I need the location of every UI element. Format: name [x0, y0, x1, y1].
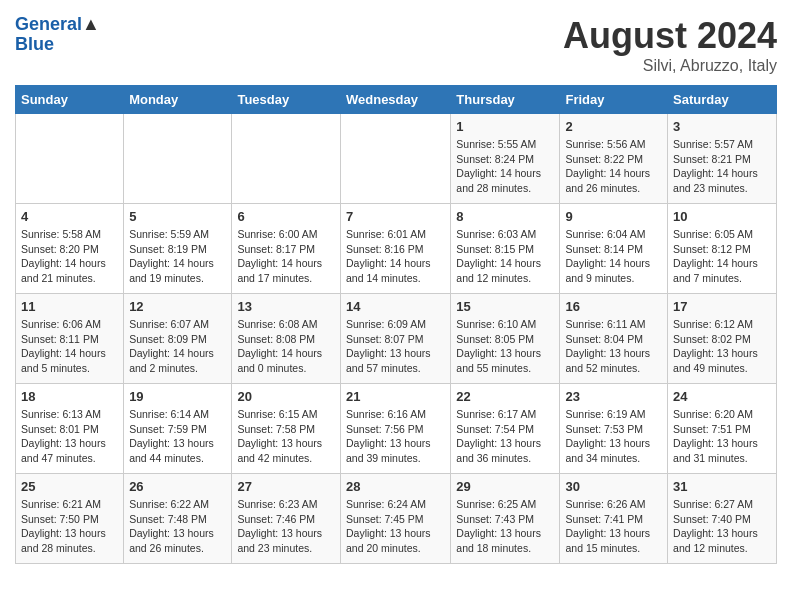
- header-sunday: Sunday: [16, 86, 124, 114]
- calendar-cell: 4Sunrise: 5:58 AM Sunset: 8:20 PM Daylig…: [16, 204, 124, 294]
- calendar-cell: [16, 114, 124, 204]
- day-number: 5: [129, 209, 226, 224]
- calendar-week-3: 11Sunrise: 6:06 AM Sunset: 8:11 PM Dayli…: [16, 294, 777, 384]
- calendar-table: SundayMondayTuesdayWednesdayThursdayFrid…: [15, 85, 777, 564]
- header-monday: Monday: [124, 86, 232, 114]
- day-number: 20: [237, 389, 335, 404]
- day-number: 26: [129, 479, 226, 494]
- day-number: 11: [21, 299, 118, 314]
- day-info: Sunrise: 6:23 AM Sunset: 7:46 PM Dayligh…: [237, 497, 335, 556]
- calendar-cell: 24Sunrise: 6:20 AM Sunset: 7:51 PM Dayli…: [668, 384, 777, 474]
- calendar-header-row: SundayMondayTuesdayWednesdayThursdayFrid…: [16, 86, 777, 114]
- calendar-week-4: 18Sunrise: 6:13 AM Sunset: 8:01 PM Dayli…: [16, 384, 777, 474]
- header-saturday: Saturday: [668, 86, 777, 114]
- day-info: Sunrise: 6:01 AM Sunset: 8:16 PM Dayligh…: [346, 227, 445, 286]
- day-info: Sunrise: 6:12 AM Sunset: 8:02 PM Dayligh…: [673, 317, 771, 376]
- day-number: 3: [673, 119, 771, 134]
- calendar-cell: 2Sunrise: 5:56 AM Sunset: 8:22 PM Daylig…: [560, 114, 668, 204]
- calendar-cell: 22Sunrise: 6:17 AM Sunset: 7:54 PM Dayli…: [451, 384, 560, 474]
- calendar-week-1: 1Sunrise: 5:55 AM Sunset: 8:24 PM Daylig…: [16, 114, 777, 204]
- calendar-cell: 16Sunrise: 6:11 AM Sunset: 8:04 PM Dayli…: [560, 294, 668, 384]
- calendar-cell: 25Sunrise: 6:21 AM Sunset: 7:50 PM Dayli…: [16, 474, 124, 564]
- day-info: Sunrise: 6:20 AM Sunset: 7:51 PM Dayligh…: [673, 407, 771, 466]
- day-number: 23: [565, 389, 662, 404]
- page-header: General▲Blue August 2024 Silvi, Abruzzo,…: [15, 15, 777, 75]
- day-info: Sunrise: 6:00 AM Sunset: 8:17 PM Dayligh…: [237, 227, 335, 286]
- calendar-cell: 23Sunrise: 6:19 AM Sunset: 7:53 PM Dayli…: [560, 384, 668, 474]
- header-thursday: Thursday: [451, 86, 560, 114]
- day-info: Sunrise: 6:08 AM Sunset: 8:08 PM Dayligh…: [237, 317, 335, 376]
- calendar-cell: 6Sunrise: 6:00 AM Sunset: 8:17 PM Daylig…: [232, 204, 341, 294]
- calendar-cell: 20Sunrise: 6:15 AM Sunset: 7:58 PM Dayli…: [232, 384, 341, 474]
- day-number: 31: [673, 479, 771, 494]
- calendar-cell: [124, 114, 232, 204]
- day-info: Sunrise: 6:19 AM Sunset: 7:53 PM Dayligh…: [565, 407, 662, 466]
- day-info: Sunrise: 6:21 AM Sunset: 7:50 PM Dayligh…: [21, 497, 118, 556]
- day-number: 7: [346, 209, 445, 224]
- calendar-cell: 21Sunrise: 6:16 AM Sunset: 7:56 PM Dayli…: [340, 384, 450, 474]
- day-info: Sunrise: 5:56 AM Sunset: 8:22 PM Dayligh…: [565, 137, 662, 196]
- day-info: Sunrise: 5:58 AM Sunset: 8:20 PM Dayligh…: [21, 227, 118, 286]
- logo-text: General▲Blue: [15, 15, 100, 55]
- day-number: 8: [456, 209, 554, 224]
- calendar-cell: [232, 114, 341, 204]
- calendar-cell: 9Sunrise: 6:04 AM Sunset: 8:14 PM Daylig…: [560, 204, 668, 294]
- day-info: Sunrise: 6:17 AM Sunset: 7:54 PM Dayligh…: [456, 407, 554, 466]
- day-info: Sunrise: 6:14 AM Sunset: 7:59 PM Dayligh…: [129, 407, 226, 466]
- day-number: 27: [237, 479, 335, 494]
- day-number: 29: [456, 479, 554, 494]
- day-number: 16: [565, 299, 662, 314]
- calendar-cell: 30Sunrise: 6:26 AM Sunset: 7:41 PM Dayli…: [560, 474, 668, 564]
- title-block: August 2024 Silvi, Abruzzo, Italy: [563, 15, 777, 75]
- day-number: 19: [129, 389, 226, 404]
- day-info: Sunrise: 6:22 AM Sunset: 7:48 PM Dayligh…: [129, 497, 226, 556]
- calendar-cell: 31Sunrise: 6:27 AM Sunset: 7:40 PM Dayli…: [668, 474, 777, 564]
- month-year-title: August 2024: [563, 15, 777, 57]
- calendar-cell: 15Sunrise: 6:10 AM Sunset: 8:05 PM Dayli…: [451, 294, 560, 384]
- day-info: Sunrise: 6:27 AM Sunset: 7:40 PM Dayligh…: [673, 497, 771, 556]
- calendar-week-5: 25Sunrise: 6:21 AM Sunset: 7:50 PM Dayli…: [16, 474, 777, 564]
- calendar-cell: 12Sunrise: 6:07 AM Sunset: 8:09 PM Dayli…: [124, 294, 232, 384]
- day-info: Sunrise: 6:09 AM Sunset: 8:07 PM Dayligh…: [346, 317, 445, 376]
- day-info: Sunrise: 6:13 AM Sunset: 8:01 PM Dayligh…: [21, 407, 118, 466]
- calendar-cell: 11Sunrise: 6:06 AM Sunset: 8:11 PM Dayli…: [16, 294, 124, 384]
- day-number: 13: [237, 299, 335, 314]
- calendar-cell: 27Sunrise: 6:23 AM Sunset: 7:46 PM Dayli…: [232, 474, 341, 564]
- day-info: Sunrise: 6:06 AM Sunset: 8:11 PM Dayligh…: [21, 317, 118, 376]
- day-info: Sunrise: 6:05 AM Sunset: 8:12 PM Dayligh…: [673, 227, 771, 286]
- day-number: 24: [673, 389, 771, 404]
- day-number: 30: [565, 479, 662, 494]
- day-info: Sunrise: 6:24 AM Sunset: 7:45 PM Dayligh…: [346, 497, 445, 556]
- day-number: 21: [346, 389, 445, 404]
- day-info: Sunrise: 6:07 AM Sunset: 8:09 PM Dayligh…: [129, 317, 226, 376]
- day-number: 18: [21, 389, 118, 404]
- day-info: Sunrise: 6:03 AM Sunset: 8:15 PM Dayligh…: [456, 227, 554, 286]
- calendar-cell: 19Sunrise: 6:14 AM Sunset: 7:59 PM Dayli…: [124, 384, 232, 474]
- calendar-cell: 5Sunrise: 5:59 AM Sunset: 8:19 PM Daylig…: [124, 204, 232, 294]
- day-info: Sunrise: 6:11 AM Sunset: 8:04 PM Dayligh…: [565, 317, 662, 376]
- day-info: Sunrise: 5:55 AM Sunset: 8:24 PM Dayligh…: [456, 137, 554, 196]
- calendar-cell: 14Sunrise: 6:09 AM Sunset: 8:07 PM Dayli…: [340, 294, 450, 384]
- location-subtitle: Silvi, Abruzzo, Italy: [563, 57, 777, 75]
- calendar-cell: 29Sunrise: 6:25 AM Sunset: 7:43 PM Dayli…: [451, 474, 560, 564]
- logo: General▲Blue: [15, 15, 100, 55]
- day-number: 28: [346, 479, 445, 494]
- calendar-cell: 10Sunrise: 6:05 AM Sunset: 8:12 PM Dayli…: [668, 204, 777, 294]
- header-friday: Friday: [560, 86, 668, 114]
- calendar-cell: 7Sunrise: 6:01 AM Sunset: 8:16 PM Daylig…: [340, 204, 450, 294]
- calendar-cell: 3Sunrise: 5:57 AM Sunset: 8:21 PM Daylig…: [668, 114, 777, 204]
- day-info: Sunrise: 6:16 AM Sunset: 7:56 PM Dayligh…: [346, 407, 445, 466]
- calendar-cell: 13Sunrise: 6:08 AM Sunset: 8:08 PM Dayli…: [232, 294, 341, 384]
- header-tuesday: Tuesday: [232, 86, 341, 114]
- calendar-cell: 18Sunrise: 6:13 AM Sunset: 8:01 PM Dayli…: [16, 384, 124, 474]
- day-number: 12: [129, 299, 226, 314]
- day-info: Sunrise: 6:15 AM Sunset: 7:58 PM Dayligh…: [237, 407, 335, 466]
- day-info: Sunrise: 6:25 AM Sunset: 7:43 PM Dayligh…: [456, 497, 554, 556]
- calendar-week-2: 4Sunrise: 5:58 AM Sunset: 8:20 PM Daylig…: [16, 204, 777, 294]
- calendar-cell: 28Sunrise: 6:24 AM Sunset: 7:45 PM Dayli…: [340, 474, 450, 564]
- day-number: 17: [673, 299, 771, 314]
- day-info: Sunrise: 5:59 AM Sunset: 8:19 PM Dayligh…: [129, 227, 226, 286]
- day-number: 25: [21, 479, 118, 494]
- day-number: 1: [456, 119, 554, 134]
- day-number: 6: [237, 209, 335, 224]
